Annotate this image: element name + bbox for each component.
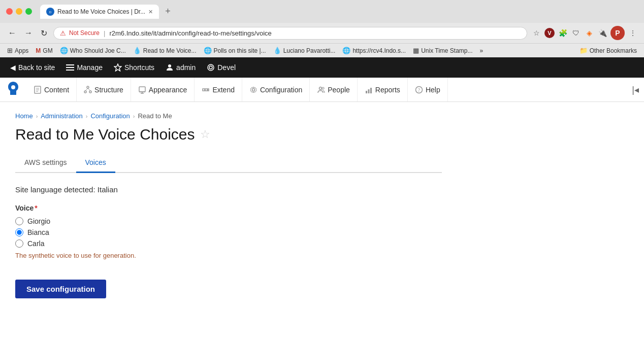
page-icon [34, 86, 42, 94]
nav-reports[interactable]: Reports [358, 78, 408, 101]
svg-line-18 [88, 88, 90, 91]
shortcuts-menu-item[interactable]: Shortcuts [109, 57, 159, 78]
breadcrumb: Home › Administration › Configuration › … [15, 112, 442, 120]
reports-icon [365, 86, 373, 94]
nav-people[interactable]: People [310, 78, 358, 101]
page-content: ◀ Back to site Manage Shortcuts admin De… [0, 57, 644, 308]
vivaldi-icon[interactable]: V [544, 28, 555, 38]
globe-icon-1: 🌐 [60, 47, 68, 54]
nav-configuration[interactable]: Configuration [242, 78, 310, 101]
svg-rect-2 [66, 64, 74, 65]
active-tab[interactable]: D Read to Me Voice Choices | Dr... ✕ [40, 5, 159, 19]
bookmark-unix-label: Unix Time Stamp... [421, 47, 472, 54]
voice-option-giorgio[interactable]: Giorgio [15, 217, 442, 225]
breadcrumb-administration[interactable]: Administration [41, 112, 82, 120]
people-icon [317, 86, 325, 94]
nav-appearance[interactable]: Appearance [131, 78, 195, 101]
tab-aws-settings-label: AWS settings [24, 158, 67, 166]
voice-option-carla[interactable]: Carla [15, 239, 442, 248]
voice-field-description: The synthetic voice to use for generatio… [15, 252, 442, 259]
nav-collapse-button[interactable]: |◂ [627, 78, 644, 101]
profile-avatar[interactable]: P [610, 26, 625, 40]
svg-rect-31 [370, 88, 372, 93]
svg-point-7 [209, 66, 212, 69]
nav-configuration-label: Configuration [260, 86, 302, 94]
favorite-star-icon[interactable]: ☆ [200, 128, 210, 141]
bookmark-readtome[interactable]: 💧 Read to Me Voice... [130, 46, 200, 55]
bookmark-polls-label: Polls on this site |... [214, 47, 266, 54]
rss-icon[interactable]: ◈ [584, 28, 594, 38]
voice-radio-bianca[interactable] [15, 228, 23, 236]
bookmarks-bar: ⊞ Apps M GM 🌐 Who Should Joe C... 💧 Read… [0, 43, 644, 57]
breadcrumb-home[interactable]: Home [15, 112, 33, 120]
other-bookmarks[interactable]: 📁 Other Bookmarks [576, 46, 640, 55]
address-actions: ☆ V 🧩 🛡 ◈ 🔌 P ⋮ [531, 26, 638, 40]
bookmark-polls[interactable]: 🌐 Polls on this site |... [201, 46, 269, 55]
breadcrumb-sep-1: › [36, 113, 38, 119]
breadcrumb-configuration[interactable]: Configuration [90, 112, 130, 120]
tab-voices[interactable]: Voices [76, 153, 115, 173]
nav-content[interactable]: Content [26, 78, 77, 101]
main-content: Home › Administration › Configuration › … [0, 102, 457, 308]
security-icon: ⚠ [60, 29, 66, 37]
close-traffic-light[interactable] [6, 8, 13, 15]
nav-help-label: Help [426, 86, 440, 94]
nav-extend[interactable]: Extend [195, 78, 242, 101]
shield-icon[interactable]: 🛡 [571, 28, 581, 38]
svg-rect-25 [208, 89, 209, 91]
svg-rect-29 [366, 91, 367, 93]
page-title-row: Read to Me Voice Choices ☆ [15, 126, 442, 143]
tab-favicon: D [46, 8, 54, 16]
bookmark-who-should[interactable]: 🌐 Who Should Joe C... [57, 46, 129, 55]
svg-point-8 [208, 64, 214, 71]
save-configuration-button[interactable]: Save configuration [15, 280, 106, 298]
svg-text:D: D [49, 10, 52, 14]
drupal-logo[interactable] [5, 81, 21, 98]
admin-menu-item[interactable]: admin [160, 57, 201, 78]
manage-menu-item[interactable]: Manage [61, 57, 108, 78]
nav-structure[interactable]: Structure [77, 78, 131, 101]
nav-extend-label: Extend [212, 86, 235, 94]
tabs-bar: D Read to Me Voice Choices | Dr... ✕ + [40, 4, 638, 19]
bookmark-apps[interactable]: ⊞ Apps [4, 46, 31, 55]
required-indicator: * [35, 204, 37, 212]
config-icon [249, 86, 257, 94]
bookmark-more[interactable]: » [477, 46, 487, 55]
devel-menu-item[interactable]: Devel [202, 57, 241, 78]
address-bar: ← → ↻ ⚠ Not Secure | r2m6.Indo.site/it/a… [0, 23, 644, 43]
bookmark-luciano-label: Luciano Pavarotti... [283, 47, 336, 54]
bookmark-rcv4[interactable]: 🌐 https://rcv4.Indo.s... [339, 46, 409, 55]
tab-aws-settings[interactable]: AWS settings [15, 153, 76, 173]
appearance-icon [138, 86, 146, 94]
svg-rect-23 [203, 89, 205, 91]
svg-rect-30 [368, 89, 369, 93]
minimize-traffic-light[interactable] [16, 8, 22, 15]
page-title: Read to Me Voice Choices [15, 126, 195, 143]
svg-rect-3 [66, 67, 74, 68]
voice-option-bianca-label: Bianca [27, 228, 49, 236]
extensions-icon[interactable]: 🧩 [558, 28, 568, 38]
voice-option-giorgio-label: Giorgio [27, 217, 50, 225]
maximize-traffic-light[interactable] [25, 8, 32, 15]
reload-button[interactable]: ↻ [39, 27, 49, 39]
extensions-puzzle-icon[interactable]: 🔌 [597, 28, 607, 38]
browser-menu-icon[interactable]: ⋮ [628, 28, 638, 38]
bookmark-unix[interactable]: ▦ Unix Time Stamp... [410, 46, 475, 55]
voice-radio-carla[interactable] [15, 239, 23, 248]
forward-button[interactable]: → [22, 27, 35, 39]
svg-point-6 [168, 64, 171, 67]
back-to-site-button[interactable]: ◀ Back to site [5, 57, 60, 78]
svg-point-9 [11, 85, 15, 89]
back-button[interactable]: ← [6, 27, 18, 39]
save-button-label: Save configuration [26, 285, 95, 293]
url-bar[interactable]: ⚠ Not Secure | r2m6.Indo.site/it/admin/c… [53, 27, 527, 40]
bookmark-gm[interactable]: M GM [33, 46, 55, 55]
new-tab-button[interactable]: + [161, 4, 175, 19]
svg-point-27 [319, 87, 322, 89]
bookmark-star-icon[interactable]: ☆ [531, 28, 541, 38]
voice-option-bianca[interactable]: Bianca [15, 228, 442, 236]
voice-radio-giorgio[interactable] [15, 217, 23, 225]
tab-close-button[interactable]: ✕ [148, 9, 153, 15]
nav-help[interactable]: ? Help [408, 78, 448, 101]
bookmark-luciano[interactable]: 💧 Luciano Pavarotti... [270, 46, 339, 55]
